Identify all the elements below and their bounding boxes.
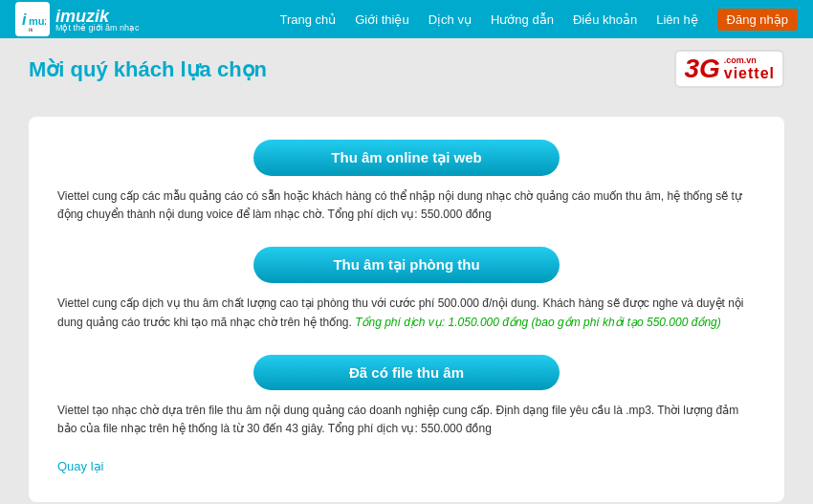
viettel-badge[interactable]: 3G .com.vn viettel — [674, 50, 784, 88]
option-online: Thu âm online tại web Viettel cung cấp c… — [57, 140, 756, 224]
option-studio-button[interactable]: Thu âm tại phòng thu — [253, 247, 560, 283]
options-card: Thu âm online tại web Viettel cung cấp c… — [29, 117, 784, 502]
svg-text:i: i — [22, 11, 27, 28]
nav-huongdan[interactable]: Hướng dẫn — [491, 12, 554, 27]
viettel-right: .com.vn viettel — [724, 55, 775, 82]
option-studio: Thu âm tại phòng thu Viettel cung cấp dị… — [57, 247, 756, 331]
svg-text:muz: muz — [29, 15, 46, 27]
nav-lienhe[interactable]: Liên hệ — [656, 12, 697, 27]
logo-icon: i muz ik — [15, 2, 50, 36]
nav-trangchu[interactable]: Trang chủ — [279, 12, 336, 27]
main-nav: Trang chủ Giới thiệu Dịch vụ Hướng dẫn Đ… — [279, 9, 798, 31]
page-title: Mời quý khách lựa chọn — [29, 57, 267, 82]
logo-area: i muz ik imuzik Một thế giới âm nhạc — [15, 2, 140, 36]
nav-gioithieu[interactable]: Giới thiệu — [355, 12, 408, 27]
studio-highlight: Tổng phí dịch vụ: 1.050.000 đồng (bao gồ… — [355, 316, 721, 329]
nav-dangnhap[interactable]: Đăng nhập — [717, 9, 798, 31]
back-link[interactable]: Quay lại — [57, 459, 103, 473]
page-header: Mời quý khách lựa chọn 3G .com.vn viette… — [29, 57, 784, 99]
3g-text: 3G — [684, 55, 719, 82]
option-studio-desc: Viettel cung cấp dịch vụ thu âm chất lượ… — [57, 295, 756, 331]
option-online-desc: Viettel cung cấp các mẫu quảng cáo có sẵ… — [57, 187, 756, 224]
page-content: Mời quý khách lựa chọn 3G .com.vn viette… — [0, 38, 813, 504]
viettel-text: viettel — [724, 65, 775, 82]
nav-dichvu[interactable]: Dịch vụ — [428, 12, 472, 27]
option-file-button[interactable]: Đã có file thu âm — [253, 355, 560, 390]
nav-dieukoan[interactable]: Điều khoản — [573, 12, 637, 27]
svg-text:ik: ik — [29, 27, 33, 33]
option-online-button[interactable]: Thu âm online tại web — [253, 140, 560, 176]
option-file: Đã có file thu âm Viettel tạo nhạc chờ d… — [57, 355, 756, 438]
header: i muz ik imuzik Một thế giới âm nhạc Tra… — [0, 0, 813, 38]
option-file-desc: Viettel tạo nhạc chờ dựa trên file thu â… — [57, 402, 756, 438]
logo-subtext: Một thế giới âm nhạc — [55, 23, 140, 33]
comvn-text: .com.vn — [724, 55, 757, 65]
